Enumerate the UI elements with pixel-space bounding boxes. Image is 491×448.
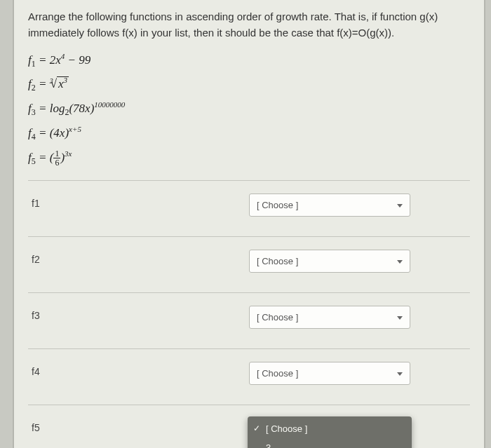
row-select-f5: [ Choose ] [ Choose ] 3 1 2 5 4 [249,418,470,441]
row-select-f2: [ Choose ] [249,250,470,273]
select-f4[interactable]: [ Choose ] [249,362,410,385]
row-label-f3: f3 [28,306,249,321]
formula-f1: f1 = 2x4 − 99 [28,51,470,70]
answer-table: f1 [ Choose ] f2 [ Choose ] f3 [ Choose … [28,180,470,448]
table-row: f4 [ Choose ] [28,348,470,405]
table-row: f5 [ Choose ] [ Choose ] 3 1 2 5 4 [28,405,470,448]
formula-f5: f5 = (16)3x [28,149,470,168]
table-row: f2 [ Choose ] [28,236,470,292]
formula-list: f1 = 2x4 − 99 f2 = 3√x3 f3 = log2(78x)10… [28,51,470,168]
row-label-f4: f4 [28,362,249,377]
question-page: Arrange the following functions in ascen… [13,0,485,448]
row-label-f2: f2 [28,250,249,265]
dropdown-option-choose[interactable]: [ Choose ] [248,419,412,438]
dropdown-menu: [ Choose ] 3 1 2 5 4 [248,416,412,448]
row-select-f1: [ Choose ] [249,194,470,217]
row-select-f4: [ Choose ] [249,362,470,385]
formula-f2: f2 = 3√x3 [28,75,470,94]
dropdown-option-3[interactable]: 3 [248,438,412,448]
select-f3[interactable]: [ Choose ] [249,306,410,329]
table-row: f1 [ Choose ] [28,180,470,236]
select-f2[interactable]: [ Choose ] [249,250,410,273]
row-label-f1: f1 [28,194,249,209]
formula-f3: f3 = log2(78x)10000000 [28,100,470,118]
row-label-f5: f5 [28,418,249,433]
formula-f4: f4 = (4x)x+5 [28,124,470,143]
row-select-f3: [ Choose ] [249,306,470,329]
select-f1[interactable]: [ Choose ] [249,194,410,217]
table-row: f3 [ Choose ] [28,292,470,348]
question-instructions: Arrange the following functions in ascen… [28,8,470,41]
